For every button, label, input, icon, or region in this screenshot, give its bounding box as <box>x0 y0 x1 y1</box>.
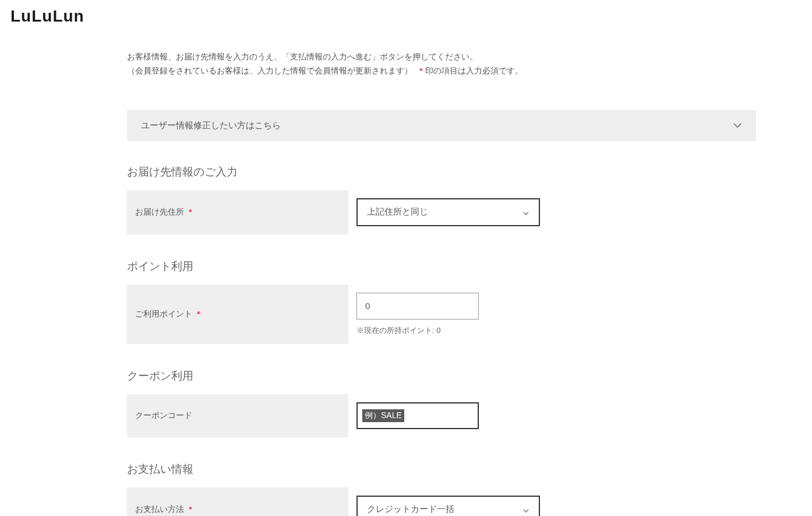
logo: LuLuLun <box>0 0 812 33</box>
accordion-title: ユーザー情報修正したい方はこちら <box>141 120 281 131</box>
chevron-down-icon <box>733 121 742 130</box>
delivery-address-value: 上記住所と同じ <box>367 206 522 217</box>
delivery-address-select[interactable]: 上記住所と同じ <box>356 198 540 226</box>
coupon-row: クーポンコード 例）SALE <box>127 394 756 437</box>
coupon-input[interactable]: 例）SALE <box>356 402 479 429</box>
delivery-address-row: お届け先住所 ＊ 上記住所と同じ <box>127 190 756 234</box>
coupon-label: クーポンコード <box>127 394 348 437</box>
payment-method-value: クレジットカード一括 <box>367 504 522 515</box>
coupon-heading: クーポン利用 <box>127 368 756 384</box>
intro-line2b: 印の項目は入力必須です。 <box>425 66 523 75</box>
points-heading: ポイント利用 <box>127 259 756 274</box>
payment-method-row: お支払い方法 ＊ クレジットカード一括 <box>127 487 756 516</box>
coupon-placeholder: 例）SALE <box>362 409 404 422</box>
intro-text: お客様情報、お届け先情報を入力のうえ、「支払情報の入力へ進む」ボタンを押してくだ… <box>127 50 756 78</box>
points-label: ご利用ポイント ＊ <box>127 285 348 344</box>
chevron-down-icon <box>522 209 529 216</box>
payment-heading: お支払い情報 <box>127 462 756 477</box>
required-mark-icon: ＊ <box>186 207 195 217</box>
intro-line1: お客様情報、お届け先情報を入力のうえ、「支払情報の入力へ進む」ボタンを押してくだ… <box>127 52 478 61</box>
points-input[interactable] <box>356 293 479 320</box>
points-section: ポイント利用 ご利用ポイント ＊ ※現在の所持ポイント: 0 <box>127 259 756 344</box>
points-helper: ※現在の所持ポイント: 0 <box>356 325 748 336</box>
delivery-heading: お届け先情報のご入力 <box>127 164 756 180</box>
coupon-section: クーポン利用 クーポンコード 例）SALE <box>127 368 756 437</box>
required-mark-icon: ＊ <box>195 309 203 320</box>
required-mark-icon: ＊ <box>417 66 425 75</box>
payment-section: お支払い情報 お支払い方法 ＊ クレジットカード一括 <box>127 462 756 516</box>
intro-line2a: （会員登録をされているお客様は、入力した情報で会員情報が更新されます） <box>127 66 412 75</box>
delivery-address-label: お届け先住所 ＊ <box>127 190 348 234</box>
points-row: ご利用ポイント ＊ ※現在の所持ポイント: 0 <box>127 285 756 344</box>
delivery-section: お届け先情報のご入力 お届け先住所 ＊ 上記住所と同じ <box>127 164 756 234</box>
required-mark-icon: ＊ <box>186 504 195 515</box>
payment-method-select[interactable]: クレジットカード一括 <box>356 496 540 516</box>
chevron-down-icon <box>522 506 529 513</box>
user-info-accordion[interactable]: ユーザー情報修正したい方はこちら <box>127 110 756 141</box>
payment-method-label: お支払い方法 ＊ <box>127 487 348 516</box>
